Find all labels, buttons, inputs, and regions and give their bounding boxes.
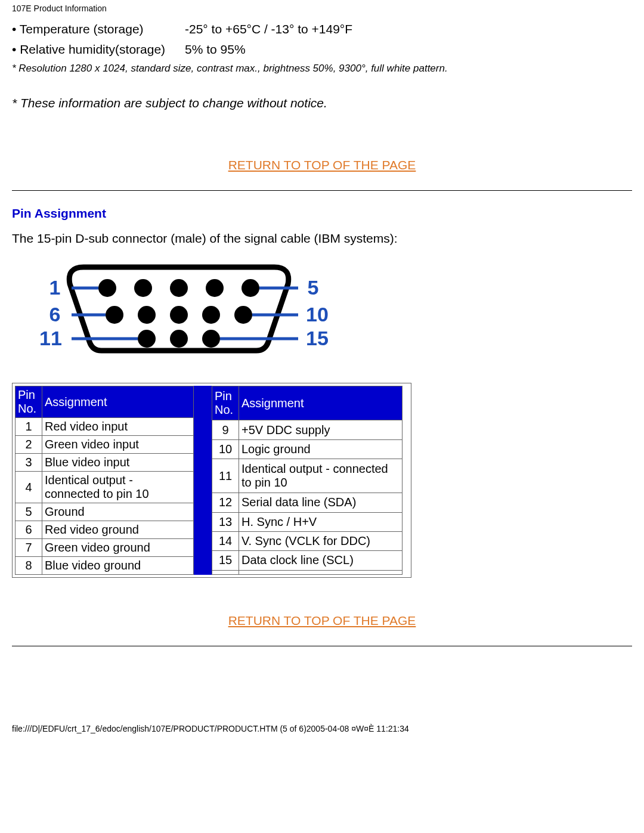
spec-row: Relative humidity(storage) 5% to 95% <box>12 39 632 60</box>
table-row: 11Identical output - connected to pin 10 <box>212 459 402 493</box>
table-header-row: Pin No. Assignment <box>16 386 194 418</box>
svg-point-5 <box>106 306 123 324</box>
col-assignment: Assignment <box>239 386 402 420</box>
table-row: 14V. Sync (VCLK for DDC) <box>212 531 402 550</box>
page-footer: file:///D|/EDFU/crt_17_6/edoc/english/10… <box>12 718 632 738</box>
divider <box>12 646 632 646</box>
table-header-row: Pin No. Assignment <box>212 386 402 420</box>
svg-point-4 <box>242 279 259 297</box>
table-row <box>212 570 402 575</box>
pin-label-11: 11 <box>39 327 62 349</box>
pin-table-right: Pin No. Assignment 9+5V DDC supply 10Log… <box>212 386 402 575</box>
svg-point-11 <box>170 330 188 348</box>
pin-label-10: 10 <box>306 303 329 326</box>
table-row: 2Green video input <box>16 436 194 454</box>
pin-table: Pin No. Assignment 1Red video input 2Gre… <box>12 383 411 578</box>
svg-point-0 <box>98 279 116 297</box>
col-assignment: Assignment <box>42 386 194 418</box>
svg-point-6 <box>138 306 156 324</box>
footnote-disclaimer: * These information are subject to chang… <box>12 96 632 110</box>
table-row: 10Logic ground <box>212 439 402 459</box>
page-header: 107E Product Information <box>12 0 632 16</box>
spec-value: 5% to 95% <box>185 39 632 60</box>
table-row: 12Serial data line (SDA) <box>212 493 402 512</box>
svg-point-8 <box>202 306 220 324</box>
table-divider <box>194 386 212 575</box>
table-row: 15Data clock line (SCL) <box>212 551 402 570</box>
pin-table-left: Pin No. Assignment 1Red video input 2Gre… <box>15 386 194 575</box>
pin-label-15: 15 <box>306 327 329 349</box>
svg-point-3 <box>206 279 224 297</box>
spec-label: Temperature (storage) <box>12 19 185 39</box>
table-row: 5Ground <box>16 503 194 521</box>
return-top-link-wrap: RETURN TO TOP OF THE PAGE <box>12 614 632 628</box>
return-top-link[interactable]: RETURN TO TOP OF THE PAGE <box>228 158 416 172</box>
svg-point-12 <box>202 330 220 348</box>
table-row: 13H. Sync / H+V <box>212 512 402 531</box>
table-row: 9+5V DDC supply <box>212 420 402 439</box>
table-row: 1Red video input <box>16 418 194 436</box>
pin-assignment-text: The 15-pin D-sub connector (male) of the… <box>12 231 632 246</box>
svg-point-1 <box>134 279 152 297</box>
return-top-link[interactable]: RETURN TO TOP OF THE PAGE <box>228 614 416 627</box>
spec-value: -25° to +65°C / -13° to +149°F <box>185 19 632 39</box>
svg-point-10 <box>138 330 156 348</box>
table-row: 4Identical output - connected to pin 10 <box>16 472 194 503</box>
table-row: 8Blue video ground <box>16 557 194 575</box>
spec-row: Temperature (storage) -25° to +65°C / -1… <box>12 19 632 39</box>
connector-diagram: 1 5 6 10 11 15 <box>12 255 632 365</box>
col-pin-no: Pin No. <box>16 386 42 418</box>
spec-list: Temperature (storage) -25° to +65°C / -1… <box>12 19 632 59</box>
svg-point-7 <box>170 306 188 324</box>
pin-label-6: 6 <box>49 303 61 326</box>
svg-point-2 <box>170 279 188 297</box>
table-row: 3Blue video input <box>16 454 194 472</box>
pin-label-1: 1 <box>49 276 61 299</box>
footnote-resolution: * Resolution 1280 x 1024, standard size,… <box>12 63 632 75</box>
col-pin-no: Pin No. <box>212 386 239 420</box>
spec-label: Relative humidity(storage) <box>12 39 185 60</box>
divider <box>12 190 632 191</box>
table-row: 7Green video ground <box>16 539 194 557</box>
return-top-link-wrap: RETURN TO TOP OF THE PAGE <box>12 158 632 172</box>
table-row: 6Red video ground <box>16 521 194 539</box>
svg-point-9 <box>234 306 252 324</box>
pin-label-5: 5 <box>308 276 319 299</box>
pin-assignment-heading: Pin Assignment <box>12 206 632 221</box>
